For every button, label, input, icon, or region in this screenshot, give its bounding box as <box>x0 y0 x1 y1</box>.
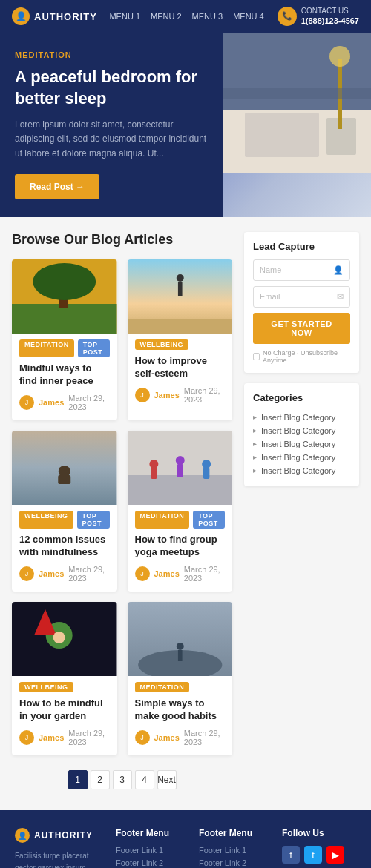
page-button-1[interactable]: 1 <box>68 770 88 789</box>
author-avatar: J <box>135 566 150 581</box>
footer-menu2-link-1[interactable]: Footer Link 1 <box>199 846 270 855</box>
category-item-3[interactable]: Insert Blog Category <box>253 437 350 451</box>
svg-rect-12 <box>128 319 233 334</box>
lead-note: No Charge · Unsubscribe Anytime <box>253 349 350 364</box>
youtube-icon[interactable]: ▶ <box>326 846 344 864</box>
author-name: James <box>39 398 64 407</box>
blog-card[interactable]: MEDITATIONTOP POST Mindful ways to find … <box>12 259 117 420</box>
card-title: 12 common issues with mindfulness <box>19 533 110 559</box>
card-body: WELLBEING How to be mindful in your gard… <box>12 676 117 755</box>
card-tag: TOP POST <box>77 511 110 529</box>
svg-point-24 <box>202 460 211 468</box>
card-meta: J James March 29, 2023 <box>135 729 226 746</box>
blog-card[interactable]: WELLBEING How to be mindful in your gard… <box>12 602 117 755</box>
page-next-button[interactable]: Next <box>157 770 177 789</box>
card-title: Simple ways to make good habits <box>135 697 226 723</box>
hero-content: MEDITATION A peaceful bedroom for better… <box>0 33 223 217</box>
blog-card[interactable]: WELLBEING How to improve self-esteem J J… <box>128 259 233 420</box>
card-image <box>128 431 233 505</box>
person-icon: 👤 <box>333 265 344 275</box>
svg-rect-19 <box>128 475 233 505</box>
category-item-1[interactable]: Insert Blog Category <box>253 411 350 424</box>
card-title: How to improve self-esteem <box>135 354 226 380</box>
svg-rect-14 <box>177 282 182 296</box>
logo-text: AUTHORITY <box>34 11 97 22</box>
main-content: Browse Our Blog Articles MEDITATIONTOP P… <box>0 217 371 810</box>
twitter-icon[interactable]: t <box>304 846 322 864</box>
footer-follow: Follow Us f t ▶ <box>282 828 356 868</box>
svg-point-20 <box>149 460 158 468</box>
social-icons: f t ▶ <box>282 846 356 864</box>
card-meta: J James March 29, 2023 <box>135 386 226 404</box>
author-avatar: J <box>135 730 150 745</box>
card-body: MEDITATIONTOP POST How to find group yog… <box>128 505 233 592</box>
footer-top: 👤 AUTHORITY Facilisis turpe placerat qec… <box>15 828 356 868</box>
pagination: 1234Next <box>12 770 232 795</box>
blog-card[interactable]: MEDITATIONTOP POST How to find group yog… <box>128 431 233 592</box>
footer-menu1-link-2[interactable]: Footer Link 2 <box>116 858 187 867</box>
svg-rect-8 <box>12 304 117 334</box>
category-item-4[interactable]: Insert Blog Category <box>253 451 350 464</box>
card-tag: TOP POST <box>193 511 225 529</box>
footer-logo: 👤 AUTHORITY <box>15 828 104 843</box>
page-button-3[interactable]: 3 <box>113 770 132 789</box>
blog-card[interactable]: WELLBEINGTOP POST 12 common issues with … <box>12 431 117 592</box>
email-icon: ✉ <box>337 292 344 302</box>
hero-image <box>223 33 371 217</box>
svg-rect-17 <box>58 475 70 484</box>
card-tags: WELLBEING <box>19 682 110 692</box>
svg-rect-25 <box>203 468 209 479</box>
svg-point-5 <box>329 46 350 67</box>
footer-follow-title: Follow Us <box>282 828 356 838</box>
author-name: James <box>39 569 64 578</box>
footer-menu-2-title: Footer Menu <box>199 828 270 838</box>
footer-description: Facilisis turpe placerat qector garcuex … <box>15 850 104 868</box>
hero-section: MEDITATION A peaceful bedroom for better… <box>0 33 371 217</box>
nav-menu-4[interactable]: MENU 4 <box>233 12 264 21</box>
publish-date: March 29, 2023 <box>184 565 225 583</box>
svg-rect-2 <box>245 113 319 157</box>
author-name: James <box>39 733 64 742</box>
page-button-4[interactable]: 4 <box>135 770 154 789</box>
card-image <box>12 431 117 505</box>
category-item-2[interactable]: Insert Blog Category <box>253 424 350 437</box>
nav-logo[interactable]: AUTHORITY <box>12 7 97 25</box>
navbar: AUTHORITY MENU 1 MENU 2 MENU 3 MENU 4 📞 … <box>0 0 371 33</box>
author-avatar: J <box>19 730 34 745</box>
email-input[interactable]: Email ✉ <box>253 286 350 308</box>
categories-widget: Categories Insert Blog CategoryInsert Bl… <box>244 383 359 486</box>
card-title: How to find group yoga meetups <box>135 533 226 559</box>
card-tag: MEDITATION <box>135 511 190 529</box>
card-tags: MEDITATIONTOP POST <box>135 511 226 529</box>
footer-menu-1-title: Footer Menu <box>116 828 187 838</box>
main-layout: Browse Our Blog Articles MEDITATIONTOP P… <box>12 232 359 795</box>
card-meta: J James March 29, 2023 <box>135 565 226 583</box>
category-item-5[interactable]: Insert Blog Category <box>253 464 350 477</box>
publish-date: March 29, 2023 <box>184 386 225 404</box>
blog-section-title: Browse Our Blog Articles <box>12 232 232 248</box>
footer-menu-2: Footer Menu Footer Link 1Footer Link 2Fo… <box>199 828 270 868</box>
card-meta: J James March 29, 2023 <box>19 565 110 583</box>
card-tag: TOP POST <box>78 339 110 357</box>
card-meta: J James March 29, 2023 <box>19 394 110 411</box>
nav-menu-1[interactable]: MENU 1 <box>109 12 140 21</box>
footer-brand: 👤 AUTHORITY Facilisis turpe placerat qec… <box>15 828 104 868</box>
nav-menu-2[interactable]: MENU 2 <box>151 12 182 21</box>
svg-rect-6 <box>223 88 371 99</box>
facebook-icon[interactable]: f <box>282 846 300 864</box>
blog-card[interactable]: MEDITATION Simple ways to make good habi… <box>128 602 233 755</box>
hero-title: A peaceful bedroom for better sleep <box>15 67 208 109</box>
get-started-button[interactable]: GET STARTED NOW <box>253 313 350 344</box>
nav-menu: MENU 1 MENU 2 MENU 3 MENU 4 <box>109 12 263 21</box>
footer-menu2-link-2[interactable]: Footer Link 2 <box>199 858 270 867</box>
name-input[interactable]: Name 👤 <box>253 259 350 281</box>
hero-read-post-button[interactable]: Read Post → <box>15 174 99 199</box>
card-tags: WELLBEINGTOP POST <box>19 511 110 529</box>
card-tag: MEDITATION <box>135 682 190 692</box>
author-avatar: J <box>19 395 34 410</box>
footer-menu1-link-1[interactable]: Footer Link 1 <box>116 846 187 855</box>
page-button-2[interactable]: 2 <box>91 770 110 789</box>
nav-menu-3[interactable]: MENU 3 <box>192 12 223 21</box>
card-tag: MEDITATION <box>19 339 74 357</box>
publish-date: March 29, 2023 <box>68 565 109 583</box>
